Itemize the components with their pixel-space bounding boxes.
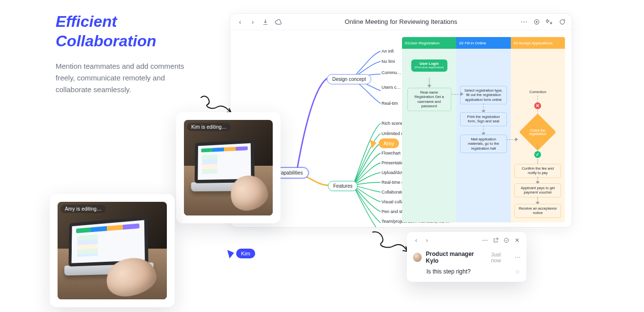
close-icon[interactable]: ✕: [514, 237, 521, 244]
comment-time: Just now: [491, 252, 511, 263]
avatar: [413, 253, 422, 262]
cursor-badge: Kim: [236, 249, 255, 258]
cursor-kim: Kim: [228, 249, 255, 258]
lane-head-1: 01User Registration: [402, 37, 456, 49]
box-user-login[interactable]: User Login [First-time registration]: [411, 59, 447, 72]
photo-card-amy: Amy is editing…: [50, 194, 175, 307]
app-window: ‹ › Online Meeting for Reviewing Iterati…: [230, 14, 572, 227]
resolve-icon[interactable]: [503, 237, 510, 244]
box-submit-materials[interactable]: Mail application materials, go to the re…: [460, 135, 507, 153]
leaf-feat-3[interactable]: Flowchart: [382, 151, 401, 156]
back-icon[interactable]: ‹: [236, 18, 244, 26]
chat-icon[interactable]: [558, 18, 566, 26]
svg-point-1: [536, 21, 537, 22]
editing-toast-amy: Amy is editing…: [60, 205, 106, 213]
photo-card-kim: Kim is editing…: [176, 112, 281, 223]
status-reject-icon: ✕: [534, 102, 541, 109]
label-correction: Correction: [523, 88, 552, 96]
svg-point-2: [504, 238, 509, 243]
box-print-sign[interactable]: Print the registration form, Sign and se…: [460, 112, 507, 126]
editing-toast-kim: Kim is editing…: [187, 123, 231, 131]
open-external-icon[interactable]: [492, 237, 499, 244]
cursor-icon: [227, 249, 235, 258]
prev-comment-icon[interactable]: ‹: [413, 237, 420, 244]
download-icon[interactable]: [262, 18, 269, 26]
hero-body: Mention teammates and add comments freel…: [56, 60, 192, 96]
mindmap-node-features[interactable]: Features: [328, 181, 358, 191]
cloud-sync-icon[interactable]: [274, 18, 282, 26]
swimlane-flowchart[interactable]: 01User Registration User Login [First-ti…: [402, 37, 565, 222]
forward-icon[interactable]: ›: [249, 18, 257, 26]
box-acceptance-notice[interactable]: Receive an acceptance notice: [514, 204, 561, 218]
box-select-reg-type[interactable]: Select registration type, fill out the r…: [460, 86, 507, 104]
more-icon[interactable]: ⋯: [520, 18, 528, 26]
status-approve-icon: ✓: [534, 151, 541, 158]
comment-more-icon[interactable]: ⋯: [515, 254, 521, 261]
leaf-feat-2[interactable]: Mind: [382, 141, 392, 146]
lane-2: 02 Fill in Online Select registration ty…: [456, 37, 510, 222]
sparkle-icon[interactable]: [545, 18, 553, 26]
more-icon[interactable]: ⋯: [482, 237, 488, 244]
target-icon[interactable]: [533, 18, 541, 26]
leaf-design-1[interactable]: No limi: [382, 59, 395, 64]
lane-head-3: 03 Accept Applications: [511, 37, 565, 49]
emoji-picker-icon[interactable]: ☺: [515, 268, 521, 275]
comment-body: Is this step right?: [426, 268, 471, 275]
canvas[interactable]: Capabilities Design concept Features An …: [230, 30, 572, 227]
comment-panel: ‹ › ⋯ ✕ Product manager Kylo Just now ⋯ …: [407, 232, 526, 282]
app-toolbar: ‹ › Online Meeting for Reviewing Iterati…: [230, 14, 572, 30]
mindmap-node-design[interactable]: Design concept: [327, 74, 371, 84]
hero: Efficient Collaboration Mention teammate…: [56, 12, 192, 96]
lane-1: 01User Registration User Login [First-ti…: [402, 37, 456, 222]
leaf-design-0[interactable]: An infi: [382, 49, 394, 54]
leaf-design-4[interactable]: Real-tim: [382, 101, 398, 106]
box-real-name[interactable]: Real-name Registration Get a username an…: [407, 88, 451, 111]
box-applicant-pays[interactable]: Applicant pays to get payment voucher: [514, 183, 561, 197]
comment-author: Product manager Kylo: [426, 251, 484, 264]
lane-head-2: 02 Fill in Online: [456, 37, 510, 49]
hero-title: Efficient Collaboration: [56, 12, 192, 51]
lane-3: 03 Accept Applications Correction ✕ Chec…: [511, 37, 565, 222]
cursor-icon: [370, 138, 378, 148]
decision-check-registration[interactable]: Check the registration: [519, 114, 556, 151]
next-comment-icon[interactable]: ›: [423, 237, 430, 244]
page-title: Online Meeting for Reviewing Iterations: [345, 18, 458, 25]
box-confirm-fee[interactable]: Confirm the fee and notify to pay: [514, 164, 561, 178]
squiggle-arrow-2: [371, 229, 410, 254]
